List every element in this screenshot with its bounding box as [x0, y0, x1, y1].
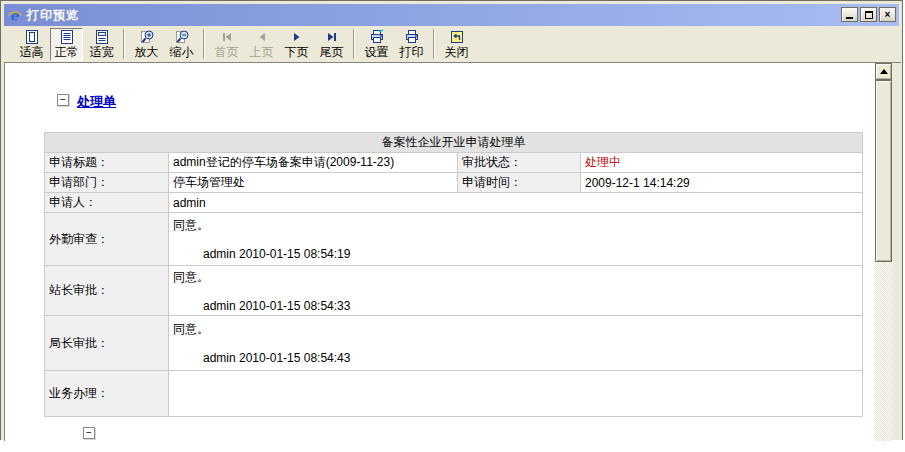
field-label: 外勤审查：: [45, 213, 169, 266]
scroll-up-button[interactable]: [875, 63, 892, 80]
collapse-toggle-top[interactable]: −: [57, 94, 69, 106]
approval-opinion: 同意。: [173, 217, 858, 234]
toolbar-button-print-setup[interactable]: 设置: [360, 28, 393, 61]
table-row: 申请标题： admin登记的停车场备案申请(2009-11-23) 审批状态： …: [45, 153, 863, 173]
field-label: 审批状态：: [458, 153, 581, 173]
field-label: 申请人：: [45, 193, 169, 213]
maximize-button[interactable]: [860, 7, 877, 22]
approval-cell: 同意。 admin 2010-01-15 08:54:19: [169, 213, 863, 266]
field-label: 申请时间：: [458, 173, 581, 193]
toolbar-button-last-page[interactable]: 尾页: [315, 28, 348, 61]
field-label: 局长审批：: [45, 316, 169, 371]
close-button[interactable]: ×: [879, 7, 896, 22]
toolbar-separator: [433, 29, 435, 59]
normal-view-icon: [59, 29, 75, 46]
zoom-out-icon: [174, 29, 190, 46]
field-value: 停车场管理处: [169, 173, 458, 193]
prev-page-icon: [254, 29, 270, 46]
document-preview-area: − 处理单 备案性企业开业申请处理单 申请标题： admin登记的停车场备案申请…: [4, 63, 875, 441]
print-preview-window: e 打印预览 × 适高 正常 适宽: [0, 0, 903, 440]
approval-opinion: 同意。: [173, 321, 858, 338]
toolbar-separator: [353, 29, 355, 59]
field-label: 站长审批：: [45, 266, 169, 316]
last-page-icon: [324, 29, 340, 46]
toolbar-button-zoom-out[interactable]: 缩小: [165, 28, 198, 61]
next-page-icon: [289, 29, 305, 46]
table-row: 申请人： admin: [45, 193, 863, 213]
toolbar-button-first-page: 首页: [210, 28, 243, 61]
table-row: 业务办理：: [45, 371, 863, 417]
scroll-up-icon: [880, 65, 888, 74]
collapse-toggle-bottom[interactable]: −: [83, 427, 95, 439]
field-value: [169, 371, 863, 417]
vertical-scrollbar[interactable]: [875, 63, 892, 441]
approval-opinion: 同意。: [173, 269, 858, 286]
field-label: 申请标题：: [45, 153, 169, 173]
toolbar-button-close[interactable]: 关闭: [440, 28, 473, 61]
title-bar: e 打印预览 ×: [4, 4, 899, 26]
close-icon: ×: [885, 10, 891, 20]
toolbar-button-next-page[interactable]: 下页: [280, 28, 313, 61]
approval-signature: admin 2010-01-15 08:54:43: [173, 351, 858, 365]
toolbar-button-fit-height[interactable]: 适高: [15, 28, 48, 61]
window-controls: ×: [841, 7, 896, 22]
table-row: 申请部门： 停车场管理处 申请时间： 2009-12-1 14:14:29: [45, 173, 863, 193]
ie-logo-icon: e: [7, 7, 23, 23]
approval-signature: admin 2010-01-15 08:54:33: [173, 299, 858, 313]
print-icon: [404, 29, 420, 46]
table-row: 局长审批： 同意。 admin 2010-01-15 08:54:43: [45, 316, 863, 371]
toolbar-button-normal[interactable]: 正常: [50, 28, 83, 61]
toolbar-separator: [203, 29, 205, 59]
approval-form-table: 备案性企业开业申请处理单 申请标题： admin登记的停车场备案申请(2009-…: [44, 132, 863, 417]
toolbar: 适高 正常 适宽 放大 缩小: [4, 26, 901, 63]
table-row: 外勤审查： 同意。 admin 2010-01-15 08:54:19: [45, 213, 863, 266]
fit-width-icon: [94, 29, 110, 46]
field-label: 申请部门：: [45, 173, 169, 193]
toolbar-button-fit-width[interactable]: 适宽: [85, 28, 118, 61]
toolbar-button-zoom-in[interactable]: 放大: [130, 28, 163, 61]
form-title: 备案性企业开业申请处理单: [45, 133, 863, 153]
approval-signature: admin 2010-01-15 08:54:19: [173, 247, 858, 261]
print-setup-icon: [369, 29, 385, 46]
approval-cell: 同意。 admin 2010-01-15 08:54:43: [169, 316, 863, 371]
field-label: 业务办理：: [45, 371, 169, 417]
minimize-button[interactable]: [841, 7, 858, 22]
field-value: admin登记的停车场备案申请(2009-11-23): [169, 153, 458, 173]
toolbar-button-print[interactable]: 打印: [395, 28, 428, 61]
window-title: 打印预览: [27, 7, 79, 24]
scrollbar-thumb[interactable]: [875, 80, 892, 262]
toolbar-button-prev-page: 上页: [245, 28, 278, 61]
section-link-处理单[interactable]: 处理单: [77, 93, 116, 111]
toolbar-separator: [123, 29, 125, 59]
fit-height-icon: [24, 29, 40, 46]
minimize-icon: [846, 17, 853, 19]
table-row: 站长审批： 同意。 admin 2010-01-15 08:54:33: [45, 266, 863, 316]
maximize-icon: [865, 11, 873, 19]
first-page-icon: [219, 29, 235, 46]
field-value: 2009-12-1 14:14:29: [581, 173, 863, 193]
close-return-icon: [449, 29, 465, 46]
status-value: 处理中: [581, 153, 863, 173]
field-value: admin: [169, 193, 863, 213]
svg-text:e: e: [10, 8, 19, 23]
zoom-in-icon: [139, 29, 155, 46]
approval-cell: 同意。 admin 2010-01-15 08:54:33: [169, 266, 863, 316]
